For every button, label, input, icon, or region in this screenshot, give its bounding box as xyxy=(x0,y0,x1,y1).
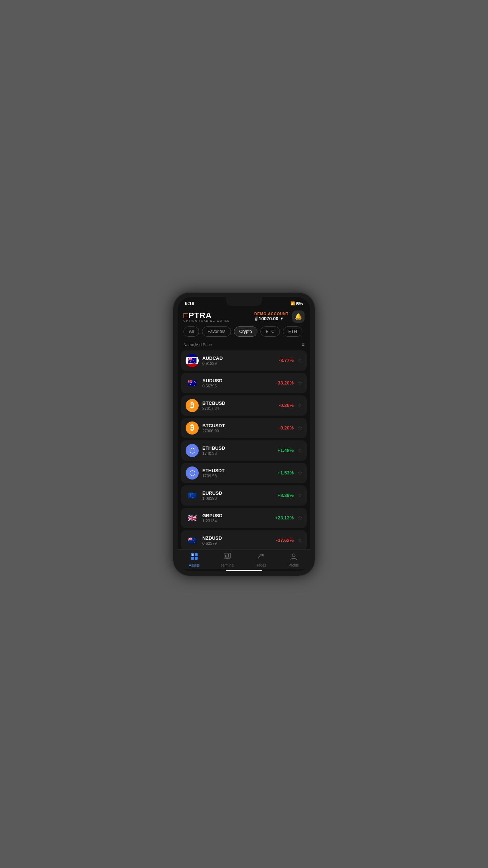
asset-price: 1739.58 xyxy=(202,474,278,478)
asset-icon-audusd: 🇦🇺 xyxy=(186,377,199,390)
svg-rect-1 xyxy=(195,553,198,556)
asset-price: 0.62379 xyxy=(202,541,276,546)
favorite-icon[interactable]: ☆ xyxy=(297,402,302,409)
asset-change: +1.53% xyxy=(278,470,294,476)
tab-btc[interactable]: BTC xyxy=(260,326,280,337)
logo-subtitle: OPTION TRADING WORLD xyxy=(183,320,230,322)
asset-name: AUDCAD xyxy=(202,355,279,361)
asset-change: -0.26% xyxy=(279,403,294,408)
status-time: 6:18 xyxy=(185,301,194,306)
favorite-icon[interactable]: ☆ xyxy=(297,514,302,521)
nav-item-assets[interactable]: $ Assets xyxy=(178,552,211,567)
asset-name: GBPUSD xyxy=(202,513,275,518)
app-header: □PTRA OPTION TRADING WORLD DEMO ACCOUNT … xyxy=(178,308,310,326)
svg-rect-10 xyxy=(228,554,229,557)
list-item[interactable]: ⬡ ETHBUSD 1740.36 +1.48% ☆ xyxy=(181,440,307,461)
list-item[interactable]: ₿ BTCUSDT 27006.00 -0.20% ☆ xyxy=(181,418,307,438)
asset-change: -37.62% xyxy=(276,538,294,543)
favorite-icon[interactable]: ☆ xyxy=(297,469,302,476)
asset-price: 27006.00 xyxy=(202,429,279,433)
logo-text: □PTRA xyxy=(183,311,230,320)
balance-amount: 10070.00 xyxy=(259,316,278,321)
favorite-icon[interactable]: ☆ xyxy=(297,492,302,499)
nav-label-assets: Assets xyxy=(189,563,200,567)
asset-icon-nzdusd: 🇳🇿 xyxy=(186,534,199,547)
sort-label: Name,Mid Price xyxy=(183,342,212,347)
asset-icon-ethusdt: ⬡ xyxy=(186,466,199,480)
asset-icon-eurusd: 🇪🇺 xyxy=(186,489,199,502)
bottom-nav: $ Assets Terminal xyxy=(178,549,310,569)
signal-icon: 📶 xyxy=(290,301,295,305)
asset-info-ethbusd: ETHBUSD 1740.36 xyxy=(202,445,278,456)
asset-info-gbpusd: GBPUSD 1.23134 xyxy=(202,513,275,523)
phone-screen: 6:18 📶 98% □PTRA OPTION TRADING WORLD DE… xyxy=(178,297,310,571)
tab-crypto[interactable]: Crypto xyxy=(234,326,257,337)
svg-text:$: $ xyxy=(192,554,194,556)
svg-rect-2 xyxy=(191,557,194,560)
asset-price: 1.23134 xyxy=(202,519,275,523)
list-item[interactable]: 🇦🇺 AUDCAD 0.91229 -8.77% ☆ xyxy=(181,350,307,371)
trades-icon xyxy=(257,552,265,562)
phone-device: 6:18 📶 98% □PTRA OPTION TRADING WORLD DE… xyxy=(173,293,315,576)
asset-info-audcad: AUDCAD 0.91229 xyxy=(202,355,279,366)
asset-name: ETHUSDT xyxy=(202,468,278,473)
terminal-icon xyxy=(223,552,231,562)
asset-icon-gbpusd: 🇬🇧 xyxy=(186,511,199,524)
asset-price: 0.66795 xyxy=(202,384,276,388)
favorite-icon[interactable]: ☆ xyxy=(297,537,302,544)
asset-icon-btcbusd: ₿ xyxy=(186,399,199,412)
nav-item-trades[interactable]: Trades xyxy=(244,552,277,567)
asset-info-audusd: AUDUSD 0.66795 xyxy=(202,378,276,388)
header-right: DEMO ACCOUNT ₫ 10070.00 ▼ 🔔 xyxy=(255,310,305,323)
tab-favorites[interactable]: Favorites xyxy=(202,326,231,337)
svg-rect-9 xyxy=(227,555,227,557)
list-item[interactable]: 🇪🇺 EURUSD 1.08393 +8.39% ☆ xyxy=(181,485,307,506)
asset-change: +8.39% xyxy=(278,493,294,498)
account-info: DEMO ACCOUNT ₫ 10070.00 ▼ xyxy=(255,312,289,321)
asset-icon-audcad: 🇦🇺 xyxy=(186,354,199,367)
asset-name: NZDUSD xyxy=(202,535,276,541)
notification-button[interactable]: 🔔 xyxy=(292,310,305,323)
bell-icon: 🔔 xyxy=(295,313,302,320)
list-item[interactable]: 🇳🇿 NZDUSD 0.62379 -37.62% ☆ xyxy=(181,530,307,549)
asset-price: 1.08393 xyxy=(202,496,278,501)
asset-name: BTCUSDT xyxy=(202,423,279,428)
favorite-icon[interactable]: ☆ xyxy=(297,357,302,364)
nav-label-trades: Trades xyxy=(255,563,266,567)
list-item[interactable]: 🇦🇺 AUDUSD 0.66795 -33.20% ☆ xyxy=(181,373,307,393)
asset-price: 0.91229 xyxy=(202,361,279,366)
logo-bracket: □ xyxy=(183,311,189,320)
favorite-icon[interactable]: ☆ xyxy=(297,379,302,386)
asset-info-eurusd: EURUSD 1.08393 xyxy=(202,490,278,501)
svg-rect-7 xyxy=(226,558,228,559)
list-item[interactable]: 🇬🇧 GBPUSD 1.23134 +23.13% ☆ xyxy=(181,508,307,528)
nav-label-terminal: Terminal xyxy=(220,563,234,567)
favorite-icon[interactable]: ☆ xyxy=(297,424,302,431)
currency-symbol: ₫ xyxy=(255,316,257,321)
asset-change: +23.13% xyxy=(275,515,294,521)
nav-item-profile[interactable]: Profile xyxy=(277,552,311,567)
account-balance[interactable]: ₫ 10070.00 ▼ xyxy=(255,316,289,321)
asset-price: 27017.34 xyxy=(202,406,279,411)
asset-change: -33.20% xyxy=(276,380,294,386)
tab-all[interactable]: All xyxy=(183,326,199,337)
tab-eth[interactable]: ETH xyxy=(283,326,302,337)
favorite-icon[interactable]: ☆ xyxy=(297,447,302,454)
asset-icon-btcusdt: ₿ xyxy=(186,421,199,435)
home-indicator xyxy=(226,570,262,571)
asset-icon-ethbusd: ⬡ xyxy=(186,444,199,457)
status-icons: 📶 98% xyxy=(290,301,303,305)
svg-rect-3 xyxy=(195,557,198,560)
asset-change: -0.20% xyxy=(279,425,294,431)
filter-icon[interactable]: ≡ xyxy=(302,342,305,347)
list-item[interactable]: ⬡ ETHUSDT 1739.58 +1.53% ☆ xyxy=(181,463,307,483)
account-label: DEMO ACCOUNT xyxy=(255,312,289,316)
svg-point-11 xyxy=(292,554,295,557)
nav-item-terminal[interactable]: Terminal xyxy=(211,552,244,567)
phone-notch xyxy=(226,297,262,306)
svg-rect-6 xyxy=(225,558,229,558)
profile-icon xyxy=(290,552,298,562)
list-item[interactable]: ₿ BTCBUSD 27017.34 -0.26% ☆ xyxy=(181,395,307,416)
asset-info-btcusdt: BTCUSDT 27006.00 xyxy=(202,423,279,433)
asset-name: EURUSD xyxy=(202,490,278,496)
